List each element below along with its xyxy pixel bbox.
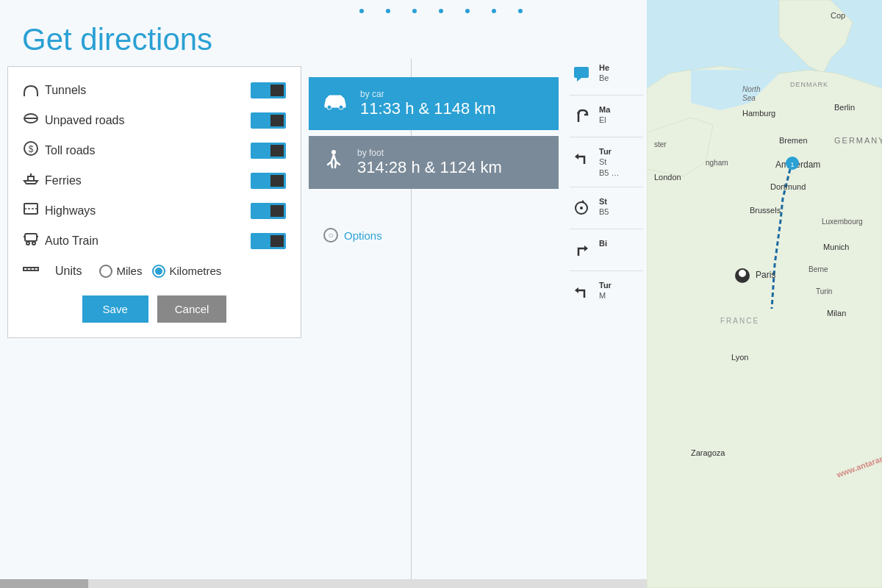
- svg-rect-6: [28, 176, 34, 181]
- svg-marker-30: [584, 245, 588, 251]
- svg-text:Turin: Turin: [816, 287, 832, 295]
- kilometres-option[interactable]: Kilometres: [152, 265, 221, 278]
- turn-icon-roundabout: [570, 196, 593, 220]
- map-svg: Cop North Sea DENMARK Hamburg Berlin ste…: [647, 0, 882, 588]
- svg-marker-27: [575, 154, 578, 159]
- toll-roads-toggle[interactable]: [251, 143, 286, 159]
- turn-text-1: He Be: [599, 62, 609, 84]
- ferries-icon: [23, 171, 45, 190]
- miles-option[interactable]: Miles: [99, 265, 142, 278]
- turn-item-5: Bi: [570, 238, 643, 271]
- svg-text:GERMANY: GERMANY: [834, 136, 882, 145]
- turn-text-3: Tur St B5 …: [599, 146, 620, 178]
- svg-text:Hamburg: Hamburg: [742, 109, 775, 118]
- svg-point-29: [580, 207, 583, 209]
- svg-text:Berlin: Berlin: [834, 103, 855, 112]
- svg-text:Paris: Paris: [756, 270, 775, 280]
- turn-item-4: St B5: [570, 196, 643, 229]
- toll-roads-icon: $: [23, 140, 45, 160]
- map-area: Cop North Sea DENMARK Hamburg Berlin ste…: [647, 0, 882, 588]
- svg-rect-10: [25, 234, 37, 241]
- turn-text-6: Tur M: [599, 280, 612, 301]
- svg-text:Luxembourg: Luxembourg: [822, 218, 863, 226]
- car-icon: [322, 91, 348, 117]
- svg-text:DENMARK: DENMARK: [790, 81, 828, 88]
- turn-text-2: Ma El: [599, 104, 610, 126]
- turn-item-1: He Be: [570, 62, 643, 96]
- svg-text:Sea: Sea: [742, 94, 756, 102]
- svg-text:Milan: Milan: [827, 309, 846, 318]
- route-card-foot[interactable]: by foot 314:28 h & 1124 km: [309, 136, 559, 189]
- svg-point-11: [26, 242, 29, 245]
- miles-label: Miles: [116, 265, 142, 277]
- kilometres-radio[interactable]: [152, 265, 165, 278]
- unpaved-roads-toggle[interactable]: [251, 112, 286, 129]
- highways-icon: [23, 201, 45, 220]
- left-panel: Get directions Tunnels Unpaved roads: [0, 0, 647, 588]
- main-container: Get directions Tunnels Unpaved roads: [0, 0, 882, 588]
- svg-text:FRANCE: FRANCE: [720, 317, 759, 325]
- route-car-info: by car 11:33 h & 1148 km: [360, 89, 496, 118]
- route-foot-label: by foot: [357, 148, 502, 158]
- kilometres-label: Kilometres: [169, 265, 221, 277]
- route-card-car[interactable]: by car 11:33 h & 1148 km: [309, 77, 559, 130]
- scrollbar-thumb[interactable]: [0, 579, 88, 588]
- svg-marker-25: [577, 78, 581, 82]
- svg-text:Bremen: Bremen: [779, 136, 808, 145]
- page-title: Get directions: [22, 22, 632, 57]
- svg-text:ster: ster: [654, 140, 667, 148]
- svg-text:North: North: [742, 85, 761, 93]
- units-label: Units: [55, 265, 82, 278]
- tunnels-toggle[interactable]: [251, 82, 286, 98]
- miles-radio[interactable]: [99, 265, 112, 278]
- turn-text-4: St B5: [599, 196, 609, 218]
- turn-text-5: Bi: [599, 238, 607, 248]
- auto-train-toggle[interactable]: [251, 233, 286, 249]
- svg-point-21: [327, 105, 331, 110]
- svg-text:1: 1: [790, 161, 794, 168]
- units-row: Units Miles Kilometres: [23, 261, 286, 281]
- unpaved-roads-label: Unpaved roads: [45, 114, 251, 127]
- save-button[interactable]: Save: [82, 295, 148, 323]
- top-dots: [0, 9, 882, 13]
- turn-icon-left-2: [570, 280, 593, 304]
- turn-icon-chat: [570, 62, 593, 86]
- svg-text:$: $: [29, 144, 34, 154]
- top-dot: [492, 9, 496, 13]
- svg-marker-26: [577, 112, 580, 116]
- bottom-scrollbar[interactable]: [0, 579, 647, 588]
- turn-item-2: Ma El: [570, 104, 643, 137]
- route-car-label: by car: [360, 89, 496, 99]
- svg-point-51: [739, 270, 746, 277]
- turn-sidebar: He Be Ma El Tur St: [570, 62, 643, 321]
- highways-toggle[interactable]: [251, 203, 286, 219]
- ferries-toggle[interactable]: [251, 173, 286, 189]
- auto-train-label: Auto Train: [45, 234, 251, 248]
- svg-text:Zaragoza: Zaragoza: [691, 448, 725, 457]
- options-panel: Tunnels Unpaved roads $ Toll roads: [7, 66, 301, 338]
- route-car-time: 11:33 h & 1148 km: [360, 99, 496, 118]
- buttons-row: Save Cancel: [23, 295, 286, 323]
- unpaved-roads-icon: [23, 110, 45, 130]
- svg-text:Lyon: Lyon: [731, 353, 748, 362]
- tunnels-icon: [23, 80, 45, 100]
- auto-train-icon: [23, 231, 45, 251]
- svg-rect-24: [574, 67, 589, 78]
- svg-marker-31: [575, 287, 578, 293]
- svg-text:ngham: ngham: [706, 159, 728, 167]
- toggle-row-ferries: Ferries: [23, 171, 286, 190]
- toggle-row-highways: Highways: [23, 201, 286, 220]
- ferries-label: Ferries: [45, 174, 251, 187]
- svg-text:Berne: Berne: [808, 265, 828, 273]
- toggle-row-toll: $ Toll roads: [23, 140, 286, 160]
- cancel-button[interactable]: Cancel: [157, 295, 227, 323]
- top-dot: [359, 9, 364, 13]
- turn-icon-left: [570, 146, 593, 170]
- svg-text:Brussels: Brussels: [750, 206, 781, 215]
- route-cards: by car 11:33 h & 1148 km by foot 314:28 …: [309, 77, 559, 195]
- toggle-row-tunnels: Tunnels: [23, 80, 286, 100]
- top-dot: [439, 9, 443, 13]
- options-link[interactable]: ○ Options: [323, 228, 382, 243]
- route-foot-time: 314:28 h & 1124 km: [357, 158, 502, 177]
- svg-point-12: [32, 242, 35, 245]
